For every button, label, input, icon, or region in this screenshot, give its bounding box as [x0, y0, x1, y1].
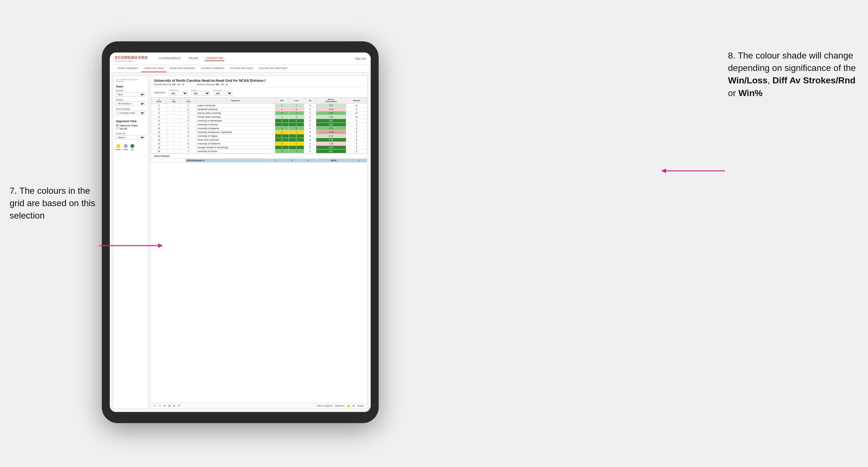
annotation-bold2: Diff Av Strokes/Rnd [773, 75, 856, 85]
region-filter: Region (All) [191, 89, 210, 95]
grid-title: University of North Carolina Head-to-Hea… [154, 79, 364, 83]
out-division-row: NCAA Division II 1 0 0 26.00 3 [151, 159, 367, 162]
colour-by-label: Colour by [116, 132, 145, 134]
radio-opponents-played[interactable]: Opponents Played [116, 124, 145, 127]
col-loss: Loss [288, 98, 304, 104]
out-division-table: NCAA Division II 1 0 0 26.00 3 [151, 158, 367, 162]
col-tie: Tie [304, 98, 316, 104]
table-row: 11 - 6 University of Arkansas, Fayettevi… [151, 130, 367, 134]
logo-sub: Powered by clippd [115, 60, 148, 62]
region-select[interactable]: (All) [191, 91, 210, 95]
sign-out-link[interactable]: Sign out [355, 57, 366, 60]
timer-btn[interactable]: ⏱ [178, 404, 180, 407]
out-of-division-label: Out of division [151, 153, 367, 158]
table-row: 12 - 3 University of Virginia 1 0 0 2.33… [151, 134, 367, 138]
arrow-right [661, 168, 725, 175]
watch-btn[interactable]: Watch ▾ [335, 404, 344, 407]
school-select[interactable]: 1. University of Nort... [116, 111, 145, 115]
nav-item-committee[interactable]: COMMITTEE [205, 56, 224, 61]
grid-view-btn[interactable]: ⊞ [352, 404, 355, 407]
col-rank: #Rank [151, 98, 167, 104]
school-label: School (Rank) [116, 108, 145, 110]
legend-down: Down [116, 144, 121, 151]
col-diff: Diff AvStrokes/Rnd [316, 98, 346, 104]
tab-player-h2h-grid[interactable]: PLAYER H2H GRID [228, 65, 255, 72]
gender-select[interactable]: Men's [116, 92, 145, 97]
table-row: 6 - 2 Florida State University 4 2 0 1.8… [151, 115, 367, 119]
zoom-btn[interactable]: ⊕ [173, 404, 175, 407]
opponent-view-title: Opponent View [116, 120, 145, 123]
undo-btn[interactable]: ↩ [154, 404, 156, 407]
sub-nav: TEAM SUMMARY TEAM H2H GRID TEAM H2H HEAT… [110, 65, 371, 72]
table-header-row: #Rank #Reg #Conf Opponent Win Loss Tie D… [151, 98, 367, 104]
radio-circle-1 [116, 124, 118, 127]
col-conf: #Conf [181, 98, 196, 104]
overall-record: Overall Record: 89 - 17 - 0 [154, 83, 184, 86]
tablet-frame: SCOREBOARD Powered by clippd TOURNAMENTS… [102, 41, 379, 423]
annotation-bold1: Win/Loss [728, 75, 768, 85]
radio-circle-2 [116, 127, 118, 130]
arrow-left [99, 242, 163, 250]
legend-up-dot [130, 144, 134, 148]
col-win: Win [275, 98, 288, 104]
annotation-left: 7. The colours in the grid are based on … [9, 185, 99, 222]
opponent-view-section: Opponent View Opponents Played Top 100 [116, 120, 145, 130]
last-updated: Last Updated: 27/03/2024 16:55:38 [116, 79, 145, 83]
opponent-label: Opponent [213, 89, 232, 91]
grid-header: University of North Carolina Head-to-Hea… [151, 76, 367, 88]
team-section-title: Team [116, 85, 145, 88]
annotation-right: 8. The colour shade will change dependin… [728, 49, 862, 99]
table-row: 15 - 4 Georgia Institute of Technology 5… [151, 146, 367, 150]
region-label: Region [191, 89, 210, 91]
legend-up: Up [130, 144, 134, 151]
crop-btn[interactable]: ⊞ [168, 404, 170, 407]
data-table: #Rank #Reg #Conf Opponent Win Loss Tie D… [151, 97, 367, 403]
table-row: 13 - 1 Texas Tech University 3 0 0 5.56 … [151, 138, 367, 142]
legend-down-dot [117, 144, 120, 148]
conference-label: Conference [168, 89, 188, 91]
toolbar-actions: Watch ▾ 👍 ⊞ Share [335, 404, 364, 407]
conference-filter: Conference (All) [168, 89, 188, 95]
filters-row: Opponents: Conference (All) Region (All) [151, 88, 367, 97]
annotation-bold3: Win% [739, 88, 763, 98]
col-rounds: Rounds [346, 98, 367, 104]
share-btn[interactable]: Share [357, 404, 364, 407]
division-record: Division Record: 88 - 17 - 0 [197, 83, 227, 86]
h2h-table: #Rank #Reg #Conf Opponent Win Loss Tie D… [151, 97, 367, 153]
tab-team-h2h-grid[interactable]: TEAM H2H GRID [141, 65, 166, 72]
opponents-label: Opponents: [154, 91, 165, 94]
table-row: 14 - 5 University of Oklahoma 0 1 0 -1.0… [151, 142, 367, 146]
tab-team-h2h-heatmap[interactable]: TEAM H2H HEATMAP [167, 65, 198, 72]
top-nav: SCOREBOARD Powered by clippd TOURNAMENTS… [110, 53, 371, 65]
table-row: 16 - 7 University of Florida 3 1 0 6.67 … [151, 150, 367, 153]
tab-team-summary[interactable]: TEAM SUMMARY [115, 65, 141, 72]
svg-marker-1 [158, 243, 163, 248]
opponent-select[interactable]: (All) [213, 91, 232, 95]
conference-select[interactable]: (All) [168, 91, 188, 95]
redo-btn[interactable]: ↪ [159, 404, 161, 407]
radio-top100[interactable]: Top 100 [116, 127, 145, 130]
table-row: 3 - 2 Vanderbilt University 0 4 0 -2.29 … [151, 107, 367, 111]
view-label[interactable]: View: Original [317, 404, 333, 407]
logo-area: SCOREBOARD Powered by clippd [115, 55, 148, 62]
table-row: 9 - 1 University of Arizona 1 0 0 9.00 2 [151, 123, 367, 127]
colour-by-select[interactable]: Win/loss [116, 135, 145, 139]
legend-level: Level [123, 144, 128, 151]
radio-group: Opponents Played Top 100 [116, 124, 145, 130]
legend-level-dot [124, 144, 128, 148]
svg-marker-3 [661, 168, 666, 173]
tab-player-summary[interactable]: PLAYER SUMMARY [198, 65, 227, 72]
toolbar-bottom: ↩ ↪ ⬅ ⊞ ⊕ ⏱ View: Original Watch ▾ 👍 ⊞ S… [151, 403, 367, 408]
col-opponent: Opponent [196, 98, 275, 104]
table-row: 10 - 5 University of Alabama 3 0 0 2.61 … [151, 127, 367, 130]
nav-item-teams[interactable]: TEAMS [187, 56, 199, 61]
tablet-screen: SCOREBOARD Powered by clippd TOURNAMENTS… [110, 53, 371, 412]
nav-items: TOURNAMENTS TEAMS COMMITTEE [157, 56, 349, 61]
grid-records: Overall Record: 89 - 17 - 0 Division Rec… [154, 83, 364, 86]
tab-player-h2h-heatmap[interactable]: PLAYER H2H HEATMAP [256, 65, 290, 72]
nav-item-tournaments[interactable]: TOURNAMENTS [157, 56, 182, 61]
division-select[interactable]: NCAA Division I [116, 101, 145, 106]
like-btn[interactable]: 👍 [347, 404, 350, 407]
table-row: 2 - 1 Auburn University 2 1 0 1.67 9 [151, 104, 367, 107]
back-btn[interactable]: ⬅ [163, 404, 166, 407]
